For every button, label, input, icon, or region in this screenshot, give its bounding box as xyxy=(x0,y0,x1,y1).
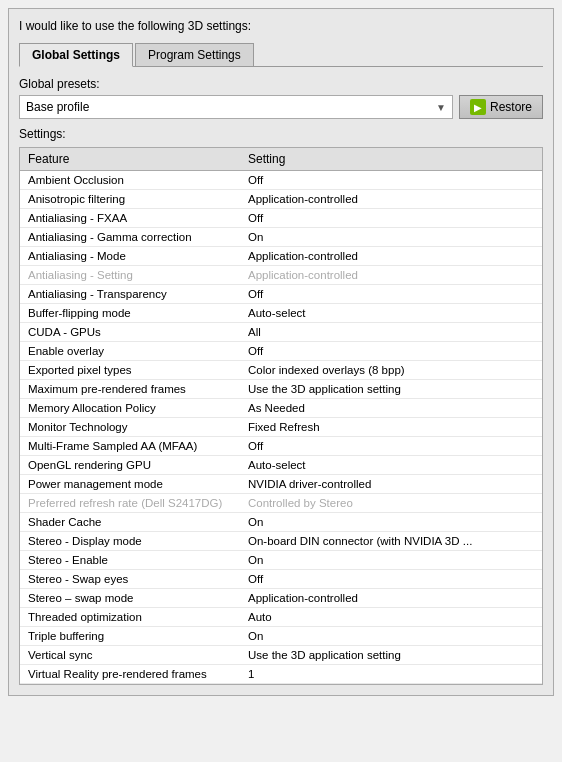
table-row[interactable]: Anisotropic filteringApplication-control… xyxy=(20,190,542,209)
table-row[interactable]: Antialiasing - TransparencyOff xyxy=(20,285,542,304)
table-row[interactable]: Stereo - Swap eyesOff xyxy=(20,570,542,589)
tab-program[interactable]: Program Settings xyxy=(135,43,254,66)
table-row[interactable]: Stereo – swap modeApplication-controlled xyxy=(20,589,542,608)
table-row[interactable]: Exported pixel typesColor indexed overla… xyxy=(20,361,542,380)
feature-cell: CUDA - GPUs xyxy=(20,323,240,341)
table-row[interactable]: Memory Allocation PolicyAs Needed xyxy=(20,399,542,418)
feature-cell: Antialiasing - Mode xyxy=(20,247,240,265)
table-row[interactable]: Stereo - EnableOn xyxy=(20,551,542,570)
restore-label: Restore xyxy=(490,100,532,114)
feature-cell: Preferred refresh rate (Dell S2417DG) xyxy=(20,494,240,512)
setting-cell: Auto-select xyxy=(240,304,542,322)
feature-cell: Memory Allocation Policy xyxy=(20,399,240,417)
setting-cell: Color indexed overlays (8 bpp) xyxy=(240,361,542,379)
feature-cell: Threaded optimization xyxy=(20,608,240,626)
feature-cell: Shader Cache xyxy=(20,513,240,531)
table-body[interactable]: Ambient OcclusionOffAnisotropic filterin… xyxy=(20,171,542,684)
setting-cell: Off xyxy=(240,209,542,227)
setting-cell: Use the 3D application setting xyxy=(240,646,542,664)
setting-cell: NVIDIA driver-controlled xyxy=(240,475,542,493)
table-row[interactable]: Preferred refresh rate (Dell S2417DG)Con… xyxy=(20,494,542,513)
table-header: Feature Setting xyxy=(20,148,542,171)
feature-cell: Antialiasing - Gamma correction xyxy=(20,228,240,246)
presets-section: Global presets: Base profile ▼ ▶ Restore xyxy=(19,77,543,119)
setting-cell: On-board DIN connector (with NVIDIA 3D .… xyxy=(240,532,542,550)
setting-cell: Use the 3D application setting xyxy=(240,380,542,398)
table-row[interactable]: Power management modeNVIDIA driver-contr… xyxy=(20,475,542,494)
nvidia-icon: ▶ xyxy=(470,99,486,115)
table-row[interactable]: Stereo - Display modeOn-board DIN connec… xyxy=(20,532,542,551)
setting-cell: On xyxy=(240,627,542,645)
feature-cell: Ambient Occlusion xyxy=(20,171,240,189)
tab-global[interactable]: Global Settings xyxy=(19,43,133,67)
presets-label: Global presets: xyxy=(19,77,543,91)
feature-cell: Buffer-flipping mode xyxy=(20,304,240,322)
feature-cell: Multi-Frame Sampled AA (MFAA) xyxy=(20,437,240,455)
setting-cell: Application-controlled xyxy=(240,266,542,284)
table-row[interactable]: Enable overlayOff xyxy=(20,342,542,361)
settings-table: Feature Setting Ambient OcclusionOffAnis… xyxy=(19,147,543,685)
setting-cell: On xyxy=(240,513,542,531)
restore-button[interactable]: ▶ Restore xyxy=(459,95,543,119)
column-setting: Setting xyxy=(240,148,542,170)
setting-cell: Off xyxy=(240,437,542,455)
setting-cell: Fixed Refresh xyxy=(240,418,542,436)
setting-cell: Auto xyxy=(240,608,542,626)
setting-cell: Application-controlled xyxy=(240,589,542,607)
table-row[interactable]: Antialiasing - ModeApplication-controlle… xyxy=(20,247,542,266)
table-row[interactable]: Maximum pre-rendered framesUse the 3D ap… xyxy=(20,380,542,399)
table-row[interactable]: Buffer-flipping modeAuto-select xyxy=(20,304,542,323)
presets-value: Base profile xyxy=(26,100,89,114)
panel-title: I would like to use the following 3D set… xyxy=(19,19,543,33)
table-row[interactable]: CUDA - GPUsAll xyxy=(20,323,542,342)
feature-cell: Stereo – swap mode xyxy=(20,589,240,607)
presets-controls: Base profile ▼ ▶ Restore xyxy=(19,95,543,119)
table-row[interactable]: Ambient OcclusionOff xyxy=(20,171,542,190)
feature-cell: Maximum pre-rendered frames xyxy=(20,380,240,398)
feature-cell: Stereo - Enable xyxy=(20,551,240,569)
setting-cell: Off xyxy=(240,285,542,303)
setting-cell: On xyxy=(240,228,542,246)
setting-cell: On xyxy=(240,551,542,569)
dropdown-arrow-icon: ▼ xyxy=(436,102,446,113)
table-row[interactable]: OpenGL rendering GPUAuto-select xyxy=(20,456,542,475)
setting-cell: Controlled by Stereo xyxy=(240,494,542,512)
feature-cell: OpenGL rendering GPU xyxy=(20,456,240,474)
feature-cell: Triple buffering xyxy=(20,627,240,645)
feature-cell: Exported pixel types xyxy=(20,361,240,379)
setting-cell: Off xyxy=(240,570,542,588)
feature-cell: Power management mode xyxy=(20,475,240,493)
table-row[interactable]: Shader CacheOn xyxy=(20,513,542,532)
table-row[interactable]: Multi-Frame Sampled AA (MFAA)Off xyxy=(20,437,542,456)
table-row[interactable]: Antialiasing - Gamma correctionOn xyxy=(20,228,542,247)
feature-cell: Stereo - Swap eyes xyxy=(20,570,240,588)
table-row[interactable]: Antialiasing - FXAAOff xyxy=(20,209,542,228)
table-row[interactable]: Virtual Reality pre-rendered frames1 xyxy=(20,665,542,684)
feature-cell: Stereo - Display mode xyxy=(20,532,240,550)
table-row[interactable]: Vertical syncUse the 3D application sett… xyxy=(20,646,542,665)
setting-cell: 1 xyxy=(240,665,542,683)
setting-cell: As Needed xyxy=(240,399,542,417)
main-panel: I would like to use the following 3D set… xyxy=(8,8,554,696)
setting-cell: Auto-select xyxy=(240,456,542,474)
feature-cell: Monitor Technology xyxy=(20,418,240,436)
table-row[interactable]: Monitor TechnologyFixed Refresh xyxy=(20,418,542,437)
table-row[interactable]: Antialiasing - SettingApplication-contro… xyxy=(20,266,542,285)
feature-cell: Vertical sync xyxy=(20,646,240,664)
table-row[interactable]: Triple bufferingOn xyxy=(20,627,542,646)
column-feature: Feature xyxy=(20,148,240,170)
setting-cell: All xyxy=(240,323,542,341)
feature-cell: Antialiasing - Transparency xyxy=(20,285,240,303)
presets-dropdown[interactable]: Base profile ▼ xyxy=(19,95,453,119)
setting-cell: Application-controlled xyxy=(240,190,542,208)
table-row[interactable]: Threaded optimizationAuto xyxy=(20,608,542,627)
feature-cell: Antialiasing - Setting xyxy=(20,266,240,284)
feature-cell: Anisotropic filtering xyxy=(20,190,240,208)
setting-cell: Application-controlled xyxy=(240,247,542,265)
feature-cell: Enable overlay xyxy=(20,342,240,360)
feature-cell: Antialiasing - FXAA xyxy=(20,209,240,227)
setting-cell: Off xyxy=(240,342,542,360)
setting-cell: Off xyxy=(240,171,542,189)
settings-label: Settings: xyxy=(19,127,543,141)
feature-cell: Virtual Reality pre-rendered frames xyxy=(20,665,240,683)
